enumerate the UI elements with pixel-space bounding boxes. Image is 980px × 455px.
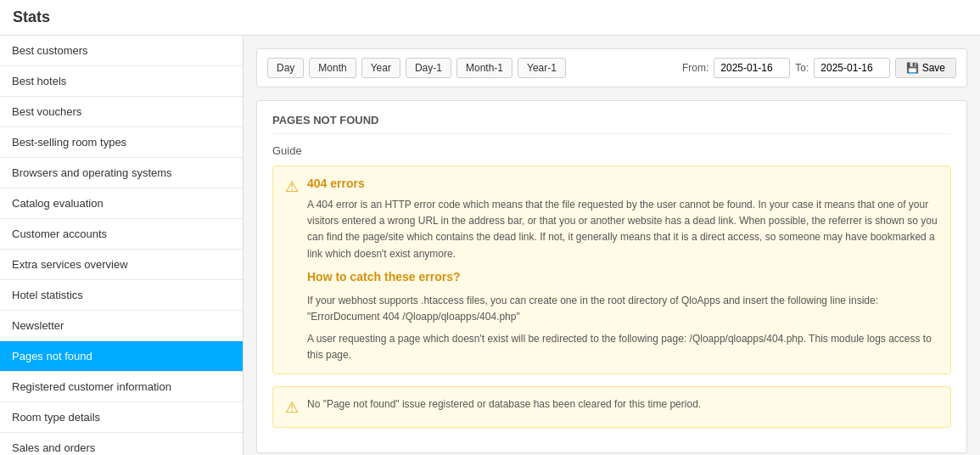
btn-period-year[interactable]: Year — [361, 58, 400, 78]
sidebar-item-newsletter[interactable]: Newsletter — [0, 311, 243, 341]
alert-content-1: 404 errors A 404 error is an HTTP error … — [307, 177, 938, 363]
alert-404-errors: ⚠ 404 errors A 404 error is an HTTP erro… — [272, 166, 951, 374]
page-title: Stats — [0, 0, 980, 36]
sidebar-item-catalog-evaluation[interactable]: Catalog evaluation — [0, 188, 243, 219]
sidebar-item-extra-services-overview[interactable]: Extra services overview — [0, 250, 243, 280]
btn-period-year-1[interactable]: Year-1 — [518, 58, 566, 78]
sidebar-item-best-hotels[interactable]: Best hotels — [0, 66, 243, 97]
btn-period-month-1[interactable]: Month-1 — [456, 58, 512, 78]
alert-subtitle-1: How to catch these errors? — [307, 267, 938, 286]
alert-paragraph-3: A user requesting a page which doesn't e… — [307, 331, 938, 363]
alert-paragraph-1: A 404 error is an HTTP error code which … — [307, 197, 938, 262]
save-button[interactable]: 💾 Save — [895, 58, 956, 78]
content-box: PAGES NOT FOUND Guide ⚠ 404 errors A 404… — [256, 100, 967, 453]
sidebar-item-customer-accounts[interactable]: Customer accounts — [0, 219, 243, 250]
warning-icon-2: ⚠ — [285, 398, 299, 417]
sidebar-item-best-vouchers[interactable]: Best vouchers — [0, 97, 243, 127]
page-wrapper: Stats Best customersBest hotelsBest vouc… — [0, 0, 980, 455]
btn-period-day-1[interactable]: Day-1 — [406, 58, 451, 78]
alert-content-2: No "Page not found" issue registered or … — [307, 397, 938, 417]
sidebar: Best customersBest hotelsBest vouchersBe… — [0, 36, 244, 455]
sidebar-item-best-customers[interactable]: Best customers — [0, 36, 243, 66]
sidebar-item-hotel-statistics[interactable]: Hotel statistics — [0, 280, 243, 311]
alert-text-2: No "Page not found" issue registered or … — [307, 398, 701, 410]
to-label: To: — [795, 62, 809, 74]
main-panel: DayMonthYearDay-1Month-1Year-1From:To:💾 … — [244, 36, 980, 455]
sidebar-item-best-selling-room-types[interactable]: Best-selling room types — [0, 127, 243, 158]
guide-label: Guide — [272, 144, 951, 157]
sidebar-item-room-type-details[interactable]: Room type details — [0, 402, 243, 433]
from-date-input[interactable] — [714, 58, 790, 78]
alert-paragraph-2: If your webhost supports .htaccess files… — [307, 293, 938, 325]
sidebar-item-registered-customer-information[interactable]: Registered customer information — [0, 372, 243, 402]
content-area: Best customersBest hotelsBest vouchersBe… — [0, 36, 980, 455]
sidebar-item-sales-and-orders[interactable]: Sales and orders — [0, 433, 243, 455]
btn-period-month[interactable]: Month — [309, 58, 356, 78]
alert-text-1: A 404 error is an HTTP error code which … — [307, 197, 938, 363]
sidebar-item-browsers-and-operating-systems[interactable]: Browsers and operating systems — [0, 158, 243, 188]
sidebar-item-pages-not-found[interactable]: Pages not found — [0, 341, 243, 372]
alert-title-1: 404 errors — [307, 177, 938, 190]
warning-icon: ⚠ — [285, 177, 299, 363]
btn-period-day[interactable]: Day — [267, 58, 304, 78]
toolbar: DayMonthYearDay-1Month-1Year-1From:To:💾 … — [256, 48, 967, 87]
section-heading: PAGES NOT FOUND — [272, 114, 951, 134]
alert-no-issues: ⚠ No "Page not found" issue registered o… — [272, 386, 951, 428]
to-date-input[interactable] — [814, 58, 890, 78]
from-label: From: — [682, 62, 708, 74]
